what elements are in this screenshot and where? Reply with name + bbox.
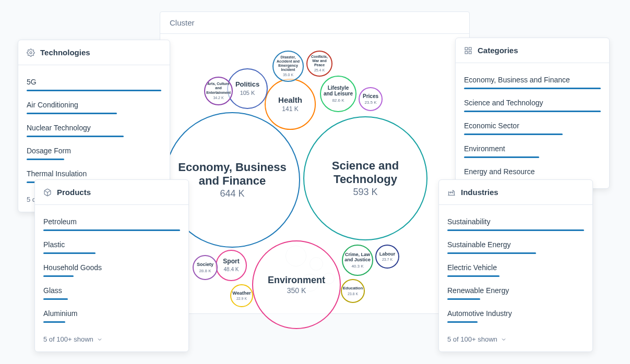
bubble-label: Conflicts, War and Peace bbox=[308, 55, 331, 67]
facet-bar bbox=[27, 159, 64, 160]
facet-title: Products bbox=[57, 188, 167, 197]
bubble-value: 23.7 K bbox=[382, 258, 393, 262]
facet-item[interactable]: Economy, Business and Finance bbox=[464, 70, 601, 93]
chevron-down-icon bbox=[501, 336, 507, 343]
bubble-value: 22.9 K bbox=[236, 297, 247, 301]
bubble[interactable]: Weather22.9 K bbox=[230, 284, 253, 307]
factory-icon bbox=[447, 188, 456, 197]
gear-icon bbox=[27, 48, 35, 57]
facet-item[interactable]: Aluminium bbox=[43, 304, 180, 327]
bubble-label: Crime, Law and Justice bbox=[344, 252, 371, 263]
bubble-label: Economy, Business and Finance bbox=[175, 161, 290, 187]
cluster-chart[interactable]: Economy, Business and Finance644 KScienc… bbox=[160, 34, 469, 311]
bubble-label: Society bbox=[197, 262, 213, 267]
facet-products-list: PetroleumPlasticHousehold GoodsGlassAlum… bbox=[35, 205, 188, 330]
bubble[interactable]: Science and Technology593 K bbox=[303, 116, 427, 240]
facet-item[interactable]: Dosage Form bbox=[27, 141, 161, 164]
facet-bar bbox=[447, 298, 480, 300]
facet-item[interactable]: Air Conditioning bbox=[27, 95, 161, 118]
footer-text: 5 of 100+ shown bbox=[447, 335, 497, 343]
facet-item[interactable]: Glass bbox=[43, 281, 180, 304]
facet-item[interactable]: Renewable Energy bbox=[447, 281, 584, 304]
chevron-down-icon bbox=[97, 336, 103, 343]
svg-rect-5 bbox=[465, 51, 468, 54]
bubble-label: Disaster, Accident and Emergency Inciden… bbox=[275, 55, 302, 72]
bubble-label: Arts, Culture and Entertainment bbox=[206, 82, 231, 94]
facet-bar bbox=[447, 275, 500, 277]
chevron-down-icon bbox=[153, 47, 161, 57]
facet-item[interactable]: 5G bbox=[27, 72, 161, 95]
bubble[interactable]: Society28.8 K bbox=[193, 255, 218, 280]
facet-categories-list: Economy, Business and FinanceScience and… bbox=[456, 63, 609, 188]
footer-text: 5 of 100+ shown bbox=[43, 335, 93, 343]
facet-title: Categories bbox=[478, 46, 587, 55]
bubble-value: 644 K bbox=[220, 188, 244, 199]
facet-products-footer[interactable]: 5 of 100+ shown bbox=[35, 330, 188, 351]
bubble[interactable]: Prices23.5 K bbox=[359, 87, 383, 111]
facet-bar bbox=[447, 229, 584, 231]
facet-industries-footer[interactable]: 5 of 100+ shown bbox=[439, 330, 592, 351]
bubble[interactable]: Arts, Culture and Entertainment34.2 K bbox=[204, 77, 233, 105]
svg-rect-4 bbox=[469, 51, 471, 54]
facet-item[interactable]: Economic Sector bbox=[464, 116, 601, 139]
chevron-down-icon bbox=[172, 187, 180, 197]
facet-bar bbox=[43, 229, 180, 231]
bubble[interactable]: Conflicts, War and Peace25.4 K bbox=[306, 51, 332, 77]
bubble-value: 23.5 K bbox=[364, 100, 376, 105]
bubble-value: 25.4 K bbox=[314, 68, 325, 72]
facet-item[interactable]: Petroleum bbox=[43, 212, 180, 235]
facet-bar bbox=[43, 321, 65, 323]
facet-item[interactable]: Household Goods bbox=[43, 258, 180, 281]
facet-bar bbox=[447, 252, 536, 254]
bubble-value: 48.4 K bbox=[224, 266, 239, 273]
facet-bar bbox=[43, 275, 74, 277]
bubble[interactable]: Environment350 K bbox=[252, 240, 341, 329]
facet-technologies-list: 5GAir ConditioningNuclear TechnologyDosa… bbox=[18, 65, 170, 190]
bubble[interactable]: Crime, Law and Justice40.3 K bbox=[342, 245, 373, 276]
facet-industries-header[interactable]: Industries bbox=[439, 180, 592, 205]
bubble-label: Lifestyle and Leisure bbox=[323, 85, 354, 97]
facet-item[interactable]: Sustainability bbox=[447, 212, 584, 235]
facet-categories-header[interactable]: Categories bbox=[456, 38, 609, 63]
facet-item[interactable]: Electric Vehicle bbox=[447, 258, 584, 281]
facet-bar bbox=[27, 90, 161, 91]
facet-bar bbox=[464, 88, 601, 89]
facet-bar bbox=[43, 298, 68, 300]
facet-item[interactable]: Environment bbox=[464, 139, 601, 162]
cluster-header: Cluster bbox=[160, 12, 469, 34]
facet-title: Industries bbox=[461, 188, 570, 197]
facet-products: Products PetroleumPlasticHousehold Goods… bbox=[34, 179, 189, 352]
facet-title: Technologies bbox=[40, 48, 148, 57]
bubble-value: 105 K bbox=[240, 90, 255, 96]
bubble-label: Sport bbox=[223, 258, 239, 265]
bubble[interactable]: Disaster, Accident and Emergency Inciden… bbox=[272, 51, 304, 82]
bubble[interactable]: Health141 K bbox=[265, 79, 316, 130]
bubble-value: 34.2 K bbox=[213, 96, 223, 100]
facet-item[interactable]: Sustainable Energy bbox=[447, 235, 584, 258]
bubble-value: 28.8 K bbox=[199, 269, 211, 273]
bubble-label: Science and Technology bbox=[313, 159, 418, 186]
bubble[interactable]: Education23.8 K bbox=[341, 279, 365, 303]
bubble[interactable]: Politics105 K bbox=[227, 68, 268, 109]
facet-technologies-header[interactable]: Technologies bbox=[18, 40, 170, 65]
chevron-down-icon bbox=[592, 45, 601, 55]
facet-item[interactable]: Nuclear Technology bbox=[27, 118, 161, 141]
facet-categories: Categories Economy, Business and Finance… bbox=[455, 38, 610, 189]
bubble-value: 40.3 K bbox=[351, 264, 363, 269]
facet-bar bbox=[43, 252, 96, 254]
bubble[interactable]: Labour23.7 K bbox=[375, 245, 399, 269]
facet-bar bbox=[447, 321, 478, 323]
bubble[interactable]: Lifestyle and Leisure82.6 K bbox=[320, 76, 356, 112]
bubble[interactable]: Sport48.4 K bbox=[216, 250, 247, 281]
facet-products-header[interactable]: Products bbox=[35, 180, 188, 205]
bubble-label: Environment bbox=[268, 275, 325, 286]
bubble-label: Prices bbox=[363, 93, 378, 100]
facet-item[interactable]: Plastic bbox=[43, 235, 180, 258]
svg-rect-2 bbox=[465, 47, 468, 50]
bubble-value: 82.6 K bbox=[332, 98, 344, 103]
facet-item[interactable]: Automotive Industry bbox=[447, 304, 584, 327]
facet-bar bbox=[27, 136, 124, 137]
bubble-label: Health bbox=[278, 95, 302, 104]
facet-item[interactable]: Science and Technology bbox=[464, 93, 601, 116]
svg-point-0 bbox=[30, 52, 32, 54]
